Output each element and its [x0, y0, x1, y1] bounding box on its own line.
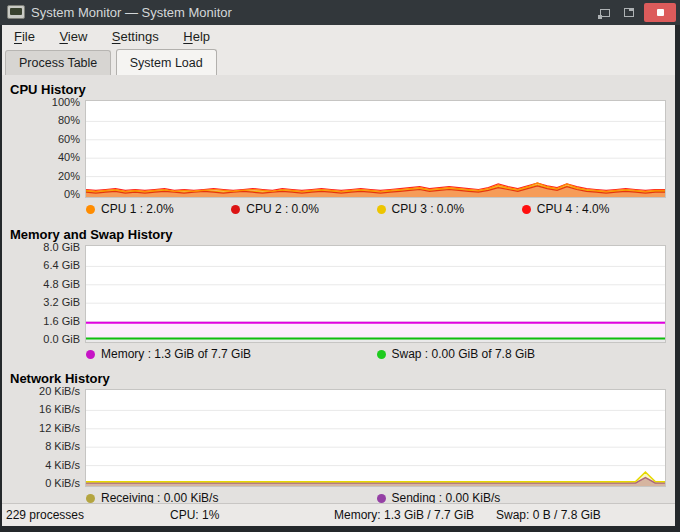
y-tick-label: 0.0 GiB: [43, 333, 80, 345]
legend-dot: [377, 494, 386, 503]
memory-swap-plot: [85, 245, 666, 343]
cpu-y-axis: 100%80%60%40%20%0%: [2, 100, 80, 196]
legend-item: CPU 3 : 0.0%: [377, 202, 522, 216]
titlebar[interactable]: System Monitor — System Monitor: [0, 0, 680, 25]
legend-dot: [377, 350, 386, 359]
app-icon: [7, 5, 25, 19]
statusbar: 229 processes CPU: 1% Memory: 1.3 GiB / …: [2, 503, 675, 526]
y-tick-label: 20 KiB/s: [39, 385, 80, 397]
legend-dot: [86, 350, 95, 359]
y-tick-label: 8 KiB/s: [45, 440, 80, 452]
legend-dot: [231, 205, 240, 214]
legend-item: CPU 4 : 4.0%: [522, 202, 667, 216]
legend-dot: [377, 205, 386, 214]
system-monitor-window: System Monitor — System Monitor File Vie…: [0, 0, 680, 532]
y-tick-label: 0%: [64, 188, 80, 200]
memory-swap-title: Memory and Swap History: [10, 227, 173, 242]
network-history-plot: [85, 389, 666, 487]
y-tick-label: 60%: [58, 133, 80, 145]
y-tick-label: 16 KiB/s: [39, 403, 80, 415]
menu-view[interactable]: View: [49, 25, 97, 49]
close-icon: [657, 9, 664, 16]
status-cpu: CPU: 1%: [170, 504, 219, 526]
tab-system-load[interactable]: System Load: [116, 49, 217, 75]
tabbar: Process Table System Load: [2, 49, 675, 75]
legend-item: CPU 2 : 0.0%: [231, 202, 376, 216]
restore-icon: [600, 9, 610, 17]
menu-file[interactable]: File: [4, 25, 45, 49]
cpu-history-title: CPU History: [10, 82, 86, 97]
y-tick-label: 3.2 GiB: [43, 296, 80, 308]
y-tick-label: 4.8 GiB: [43, 278, 80, 290]
y-tick-label: 20%: [58, 170, 80, 182]
network-y-axis: 20 KiB/s16 KiB/s12 KiB/s8 KiB/s4 KiB/s0 …: [2, 389, 80, 485]
y-tick-label: 0 KiB/s: [45, 477, 80, 489]
y-tick-label: 100%: [52, 96, 80, 108]
maximize-button[interactable]: [620, 4, 638, 21]
legend-item: Memory : 1.3 GiB of 7.7 GiB: [86, 347, 377, 361]
y-tick-label: 6.4 GiB: [43, 259, 80, 271]
status-memory: Memory: 1.3 GiB / 7.7 GiB: [334, 504, 474, 526]
restore-button[interactable]: [596, 4, 614, 21]
status-process-count: 229 processes: [6, 504, 84, 526]
cpu-legend: CPU 1 : 2.0%CPU 2 : 0.0%CPU 3 : 0.0%CPU …: [86, 202, 667, 216]
legend-label: Memory : 1.3 GiB of 7.7 GiB: [101, 347, 251, 361]
status-swap: Swap: 0 B / 7.8 GiB: [496, 504, 601, 526]
memory-swap-section: Memory and Swap History 8.0 GiB6.4 GiB4.…: [2, 227, 675, 367]
menu-help[interactable]: Help: [173, 25, 220, 49]
network-history-title: Network History: [10, 371, 110, 386]
legend-dot: [86, 205, 95, 214]
y-tick-label: 8.0 GiB: [43, 241, 80, 253]
legend-label: CPU 4 : 4.0%: [537, 202, 610, 216]
y-tick-label: 1.6 GiB: [43, 315, 80, 327]
memory-y-axis: 8.0 GiB6.4 GiB4.8 GiB3.2 GiB1.6 GiB0.0 G…: [2, 245, 80, 341]
legend-label: Swap : 0.00 GiB of 7.8 GiB: [392, 347, 535, 361]
close-button[interactable]: [644, 3, 676, 22]
legend-label: CPU 1 : 2.0%: [101, 202, 174, 216]
y-tick-label: 40%: [58, 151, 80, 163]
menu-settings[interactable]: Settings: [102, 25, 169, 49]
legend-item: Swap : 0.00 GiB of 7.8 GiB: [377, 347, 668, 361]
maximize-icon: [624, 8, 634, 17]
legend-label: CPU 2 : 0.0%: [246, 202, 319, 216]
legend-label: CPU 3 : 0.0%: [392, 202, 465, 216]
y-tick-label: 80%: [58, 114, 80, 126]
y-tick-label: 4 KiB/s: [45, 459, 80, 471]
tab-process-table[interactable]: Process Table: [5, 50, 111, 75]
memory-legend: Memory : 1.3 GiB of 7.7 GiBSwap : 0.00 G…: [86, 347, 667, 361]
app-icon-screen: [10, 8, 22, 15]
system-load-page: CPU History 100%80%60%40%20%0% CPU 1 : 2…: [2, 75, 675, 503]
menubar: File View Settings Help: [2, 25, 675, 49]
legend-dot: [86, 494, 95, 503]
network-history-section: Network History 20 KiB/s16 KiB/s12 KiB/s…: [2, 371, 675, 511]
legend-item: CPU 1 : 2.0%: [86, 202, 231, 216]
cpu-history-section: CPU History 100%80%60%40%20%0% CPU 1 : 2…: [2, 82, 675, 222]
window-title: System Monitor — System Monitor: [31, 0, 232, 25]
y-tick-label: 12 KiB/s: [39, 422, 80, 434]
legend-dot: [522, 205, 531, 214]
cpu-history-plot: [85, 100, 666, 198]
